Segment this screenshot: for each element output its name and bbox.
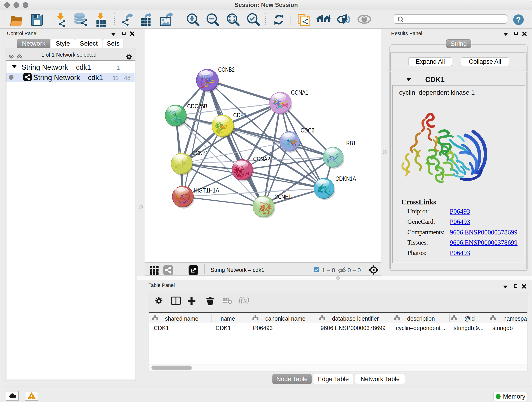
svg-text:CDKN1A: CDKN1A [336, 175, 356, 182]
svg-text:CCNA1: CCNA1 [291, 89, 308, 96]
svg-text:HIST1H1A: HIST1H1A [194, 187, 219, 194]
svg-text:CCNB1: CCNB1 [192, 149, 208, 157]
svg-text:CDC25B: CDC25B [187, 103, 207, 110]
svg-text:CDK1: CDK1 [233, 112, 247, 119]
svg-text:CCNA2: CCNA2 [253, 155, 270, 162]
svg-text:CCNE1: CCNE1 [274, 193, 291, 200]
svg-text:CCNB2: CCNB2 [218, 66, 234, 73]
svg-text:CDC6: CDC6 [301, 127, 314, 134]
svg-text:RB1: RB1 [346, 140, 356, 147]
